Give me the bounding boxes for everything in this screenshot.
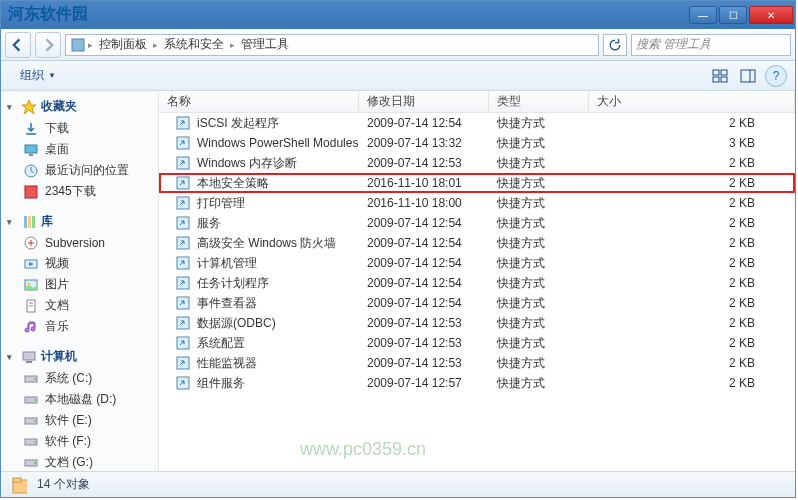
file-row[interactable]: 事件查看器2009-07-14 12:54快捷方式2 KB <box>159 293 795 313</box>
file-row[interactable]: 服务2009-07-14 12:54快捷方式2 KB <box>159 213 795 233</box>
shortcut-icon <box>175 355 191 371</box>
file-row[interactable]: 高级安全 Windows 防火墙2009-07-14 12:54快捷方式2 KB <box>159 233 795 253</box>
file-size: 2 KB <box>589 116 795 130</box>
svg-point-32 <box>34 441 36 443</box>
svg-rect-39 <box>177 157 189 169</box>
file-name: 服务 <box>197 215 221 232</box>
column-headers: 名称 修改日期 类型 大小 <box>159 91 795 113</box>
breadcrumb-item[interactable]: 系统和安全 <box>160 36 228 53</box>
file-row[interactable]: 打印管理2016-11-10 18:00快捷方式2 KB <box>159 193 795 213</box>
file-row[interactable]: 性能监视器2009-07-14 12:53快捷方式2 KB <box>159 353 795 373</box>
column-name[interactable]: 名称 <box>159 91 359 112</box>
shortcut-icon <box>175 275 191 291</box>
file-row[interactable]: 本地安全策略2016-11-10 18:01快捷方式2 KB <box>159 173 795 193</box>
sidebar-group-computer[interactable]: ▾计算机 <box>1 345 158 368</box>
minimize-button[interactable]: — <box>689 6 717 24</box>
sidebar-item-label: 视频 <box>45 255 69 272</box>
file-name: 性能监视器 <box>197 355 257 372</box>
svg-rect-44 <box>177 257 189 269</box>
maximize-button[interactable]: ☐ <box>719 6 747 24</box>
breadcrumb-item[interactable]: 管理工具 <box>237 36 293 53</box>
address-bar[interactable]: ▸ 控制面板 ▸ 系统和安全 ▸ 管理工具 <box>65 34 599 56</box>
file-type: 快捷方式 <box>489 215 589 232</box>
sidebar-group-star[interactable]: ▾收藏夹 <box>1 95 158 118</box>
svg-rect-13 <box>28 216 31 228</box>
forward-button[interactable] <box>35 32 61 58</box>
sidebar-item[interactable]: Subversion <box>1 233 158 253</box>
shortcut-icon <box>175 175 191 191</box>
organize-button[interactable]: 组织▼ <box>9 63 67 88</box>
column-date[interactable]: 修改日期 <box>359 91 489 112</box>
chevron-right-icon[interactable]: ▸ <box>88 40 93 50</box>
sidebar-item[interactable]: 2345下载 <box>1 181 158 202</box>
sidebar-item-label: 文档 (G:) <box>45 454 93 471</box>
view-button[interactable] <box>709 65 731 87</box>
sidebar-item-label: 图片 <box>45 276 69 293</box>
file-date: 2009-07-14 12:54 <box>359 296 489 310</box>
sidebar-item[interactable]: 系统 (C:) <box>1 368 158 389</box>
file-row[interactable]: 任务计划程序2009-07-14 12:54快捷方式2 KB <box>159 273 795 293</box>
file-row[interactable]: Windows PowerShell Modules2009-07-14 13:… <box>159 133 795 153</box>
search-input[interactable]: 搜索 管理工具 <box>631 34 791 56</box>
chevron-down-icon: ▼ <box>48 71 56 80</box>
file-name: Windows PowerShell Modules <box>197 136 358 150</box>
svg-rect-8 <box>25 145 37 153</box>
preview-pane-button[interactable] <box>737 65 759 87</box>
sidebar-item[interactable]: 桌面 <box>1 139 158 160</box>
help-button[interactable]: ? <box>765 65 787 87</box>
shortcut-icon <box>175 155 191 171</box>
chevron-right-icon[interactable]: ▸ <box>153 40 158 50</box>
drive-icon <box>23 371 39 387</box>
file-name: iSCSI 发起程序 <box>197 115 279 132</box>
sidebar-item-label: 下载 <box>45 120 69 137</box>
chevron-right-icon[interactable]: ▸ <box>230 40 235 50</box>
close-button[interactable]: ✕ <box>749 6 793 24</box>
sidebar-item[interactable]: 本地磁盘 (D:) <box>1 389 158 410</box>
file-row[interactable]: 数据源(ODBC)2009-07-14 12:53快捷方式2 KB <box>159 313 795 333</box>
search-placeholder: 搜索 管理工具 <box>636 36 711 53</box>
star-icon <box>21 99 37 115</box>
sidebar-item[interactable]: 最近访问的位置 <box>1 160 158 181</box>
file-row[interactable]: 计算机管理2009-07-14 12:54快捷方式2 KB <box>159 253 795 273</box>
sidebar-item[interactable]: 文档 (G:) <box>1 452 158 471</box>
sidebar-item[interactable]: 音乐 <box>1 316 158 337</box>
file-name: 组件服务 <box>197 375 245 392</box>
file-name: 本地安全策略 <box>197 175 269 192</box>
file-row[interactable]: 组件服务2009-07-14 12:57快捷方式2 KB <box>159 373 795 393</box>
file-type: 快捷方式 <box>489 335 589 352</box>
file-type: 快捷方式 <box>489 195 589 212</box>
sidebar-item-label: 最近访问的位置 <box>45 162 129 179</box>
svn-icon <box>23 235 39 251</box>
sidebar-group-label: 库 <box>41 213 53 230</box>
svg-rect-42 <box>177 217 189 229</box>
column-size[interactable]: 大小 <box>589 91 795 112</box>
sidebar-group-lib[interactable]: ▾库 <box>1 210 158 233</box>
file-row[interactable]: iSCSI 发起程序2009-07-14 12:54快捷方式2 KB <box>159 113 795 133</box>
sidebar-item[interactable]: 下载 <box>1 118 158 139</box>
back-button[interactable] <box>5 32 31 58</box>
shortcut-icon <box>175 255 191 271</box>
svg-rect-23 <box>23 352 35 360</box>
file-size: 2 KB <box>589 236 795 250</box>
sidebar-item[interactable]: 视频 <box>1 253 158 274</box>
file-type: 快捷方式 <box>489 355 589 372</box>
breadcrumb-item[interactable]: 控制面板 <box>95 36 151 53</box>
shortcut-icon <box>175 335 191 351</box>
file-size: 2 KB <box>589 156 795 170</box>
refresh-button[interactable] <box>603 34 627 56</box>
file-row[interactable]: Windows 内存诊断2009-07-14 12:53快捷方式2 KB <box>159 153 795 173</box>
column-type[interactable]: 类型 <box>489 91 589 112</box>
sidebar-item[interactable]: 图片 <box>1 274 158 295</box>
drive-icon <box>23 413 39 429</box>
sidebar-item[interactable]: 文档 <box>1 295 158 316</box>
sidebar-item-label: 文档 <box>45 297 69 314</box>
file-type: 快捷方式 <box>489 115 589 132</box>
doc-icon <box>23 298 39 314</box>
sidebar-item[interactable]: 软件 (E:) <box>1 410 158 431</box>
file-type: 快捷方式 <box>489 175 589 192</box>
svg-rect-48 <box>177 337 189 349</box>
music-icon <box>23 319 39 335</box>
sidebar-item[interactable]: 软件 (F:) <box>1 431 158 452</box>
sidebar: ▾收藏夹下载桌面最近访问的位置2345下载▾库Subversion视频图片文档音… <box>1 91 159 471</box>
file-row[interactable]: 系统配置2009-07-14 12:53快捷方式2 KB <box>159 333 795 353</box>
